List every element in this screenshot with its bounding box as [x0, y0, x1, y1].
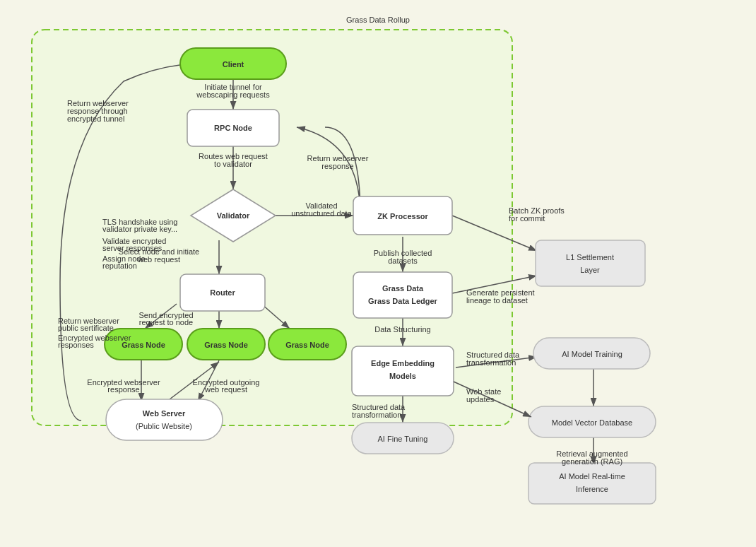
model-vector-db-label: Model Vector Database: [552, 418, 632, 427]
zk-processor-label: ZK Processor: [377, 212, 428, 220]
label-encrypted-web2: responses: [58, 341, 94, 349]
label-rag2: generation (RAG): [562, 457, 622, 466]
web-server-label: Web Server: [143, 409, 186, 418]
edge-embedding-label2: Models: [389, 372, 416, 380]
grass-node-2-label: Grass Node: [204, 341, 248, 349]
grass-node-3-label: Grass Node: [285, 341, 329, 349]
label-routes-web2: to validator: [214, 160, 252, 168]
grass-data-ledger-label2: Grass Data Ledger: [368, 297, 438, 305]
edge-embedding-node: [352, 346, 454, 396]
label-validated2: unstructured data: [291, 209, 352, 218]
ai-model-training-label: AI Model Training: [562, 350, 622, 358]
validator-label: Validator: [217, 211, 250, 220]
l1-settlement-node: [536, 240, 645, 286]
label-publish2: datasets: [388, 257, 418, 265]
label-assign2: reputation: [102, 261, 137, 270]
router-label: Router: [210, 288, 235, 297]
web-server-sublabel: (Public Website): [136, 422, 192, 430]
diagram-container: Grass Data Rollup Client RPC Node: [0, 0, 756, 547]
label-initiate-tunnel2: webscaping requests: [196, 90, 270, 99]
label-encrypted-response2: response: [107, 385, 139, 394]
client-label: Client: [223, 60, 244, 69]
label-data-structuring: Data Structuring: [374, 325, 430, 334]
label-return-webserver2: response: [321, 162, 353, 170]
l1-settlement-label1: L1 Settlement: [566, 253, 614, 261]
label-tunnel-return3: encrypted tunnel: [67, 114, 124, 123]
label-encrypted-outgoing2: web request: [204, 385, 247, 394]
label-tls2: validator private key...: [102, 225, 177, 233]
grass-data-ledger-node: [353, 272, 452, 318]
rpc-label: RPC Node: [214, 124, 252, 132]
label-web-state2: updates: [466, 395, 495, 404]
ai-realtime-label2: Inference: [576, 485, 608, 493]
edge-embedding-label1: Edge Embedding: [371, 359, 435, 367]
l1-settlement-label2: Layer: [580, 266, 600, 274]
label-structured2: transformation: [466, 358, 516, 367]
grass-data-ledger-label: Grass Data: [382, 284, 424, 293]
label-structured4: transformation: [352, 411, 401, 419]
web-server-node: [106, 399, 223, 440]
diagram-title: Grass Data Rollup: [346, 16, 410, 24]
ai-fine-tuning-label: AI Fine Tuning: [378, 435, 428, 443]
label-return-cert2: public sertificate: [58, 324, 114, 332]
label-validate2: server responses: [102, 244, 163, 252]
ai-realtime-label1: AI Model Real-time: [559, 472, 625, 481]
label-send-encrypted2: request to node: [139, 318, 193, 327]
label-batch-zk2: for commit: [509, 214, 545, 223]
ai-realtime-node: [528, 463, 656, 504]
label-generate2: lineage to dataset: [466, 296, 528, 305]
